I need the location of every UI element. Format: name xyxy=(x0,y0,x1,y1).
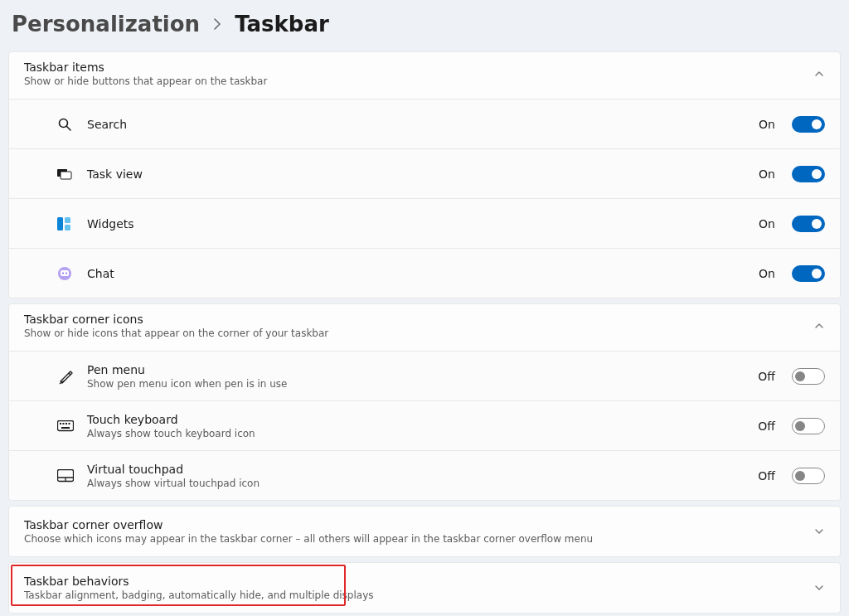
section-taskbar-items: Taskbar items Show or hide buttons that … xyxy=(8,51,841,298)
section-taskbar-corner-icons: Taskbar corner icons Show or hide icons … xyxy=(8,303,841,501)
section-title: Taskbar items xyxy=(24,61,267,74)
row-description: Show pen menu icon when pen is in use xyxy=(87,378,743,390)
section-header-corner-icons[interactable]: Taskbar corner icons Show or hide icons … xyxy=(9,304,840,351)
toggle-state-label: On xyxy=(759,267,775,280)
row-label: Chat xyxy=(87,267,744,280)
row-label: Task view xyxy=(87,167,744,181)
section-title: Taskbar corner overflow xyxy=(24,518,593,531)
row-description: Always show touch keyboard icon xyxy=(87,428,743,439)
section-header-taskbar-items[interactable]: Taskbar items Show or hide buttons that … xyxy=(9,52,840,99)
row-task-view[interactable]: Task view On xyxy=(9,148,840,198)
breadcrumb-page: Taskbar xyxy=(235,12,329,36)
toggle-touch-keyboard[interactable] xyxy=(792,418,825,434)
row-pen-menu[interactable]: Pen menu Show pen menu icon when pen is … xyxy=(9,351,840,400)
toggle-state-label: On xyxy=(759,118,775,131)
toggle-state-label: Off xyxy=(758,469,775,483)
row-label: Widgets xyxy=(87,217,744,230)
toggle-state-label: Off xyxy=(758,420,775,433)
svg-point-9 xyxy=(62,272,64,274)
chevron-down-icon xyxy=(813,526,825,537)
chevron-up-icon xyxy=(813,68,825,80)
svg-rect-5 xyxy=(65,217,70,223)
svg-rect-14 xyxy=(65,423,67,424)
svg-rect-11 xyxy=(58,420,74,430)
chat-icon xyxy=(57,266,72,281)
row-virtual-touchpad[interactable]: Virtual touchpad Always show virtual tou… xyxy=(9,450,840,500)
toggle-chat[interactable] xyxy=(792,265,825,282)
row-description: Always show virtual touchpad icon xyxy=(87,478,743,489)
section-taskbar-behaviors: Taskbar behaviors Taskbar alignment, bad… xyxy=(8,562,841,614)
svg-rect-8 xyxy=(61,270,69,276)
section-subtitle: Show or hide icons that appear on the co… xyxy=(24,327,328,339)
row-label: Pen menu xyxy=(87,363,743,376)
row-label: Virtual touchpad xyxy=(87,463,743,476)
svg-point-10 xyxy=(65,272,67,274)
section-subtitle: Show or hide buttons that appear on the … xyxy=(24,75,267,87)
svg-rect-4 xyxy=(57,217,63,230)
row-label: Search xyxy=(87,118,744,131)
row-touch-keyboard[interactable]: Touch keyboard Always show touch keyboar… xyxy=(9,400,840,450)
toggle-state-label: On xyxy=(759,217,775,230)
widgets-icon xyxy=(57,217,70,230)
section-header-behaviors[interactable]: Taskbar behaviors Taskbar alignment, bad… xyxy=(9,563,840,613)
svg-rect-16 xyxy=(61,427,70,429)
toggle-task-view[interactable] xyxy=(792,166,825,182)
svg-rect-6 xyxy=(65,225,70,230)
toggle-search[interactable] xyxy=(792,116,825,133)
breadcrumb: Personalization Taskbar xyxy=(0,0,849,51)
section-subtitle: Choose which icons may appear in the tas… xyxy=(24,533,593,545)
svg-rect-12 xyxy=(60,423,61,424)
task-view-icon xyxy=(57,168,72,180)
toggle-state-label: Off xyxy=(758,370,775,383)
svg-rect-15 xyxy=(69,423,70,424)
toggle-state-label: On xyxy=(759,167,775,181)
section-header-overflow[interactable]: Taskbar corner overflow Choose which ico… xyxy=(9,507,840,556)
search-icon xyxy=(57,117,72,132)
section-taskbar-corner-overflow: Taskbar corner overflow Choose which ico… xyxy=(8,506,841,557)
toggle-pen-menu[interactable] xyxy=(792,368,825,385)
svg-rect-13 xyxy=(63,423,65,424)
chevron-right-icon xyxy=(213,16,221,33)
row-search[interactable]: Search On xyxy=(9,99,840,148)
row-widgets[interactable]: Widgets On xyxy=(9,198,840,248)
toggle-widgets[interactable] xyxy=(792,216,825,232)
chevron-up-icon xyxy=(813,320,825,332)
section-title: Taskbar corner icons xyxy=(24,313,328,326)
row-label: Touch keyboard xyxy=(87,413,743,426)
touchpad-icon xyxy=(57,469,74,483)
chevron-down-icon xyxy=(813,582,825,594)
breadcrumb-parent[interactable]: Personalization xyxy=(12,12,200,36)
row-chat[interactable]: Chat On xyxy=(9,248,840,298)
toggle-virtual-touchpad[interactable] xyxy=(792,468,825,484)
section-subtitle: Taskbar alignment, badging, automaticall… xyxy=(24,589,374,601)
pen-icon xyxy=(57,368,74,385)
svg-rect-3 xyxy=(61,172,71,179)
section-title: Taskbar behaviors xyxy=(24,575,374,588)
keyboard-icon xyxy=(57,420,74,432)
svg-line-1 xyxy=(67,126,71,130)
